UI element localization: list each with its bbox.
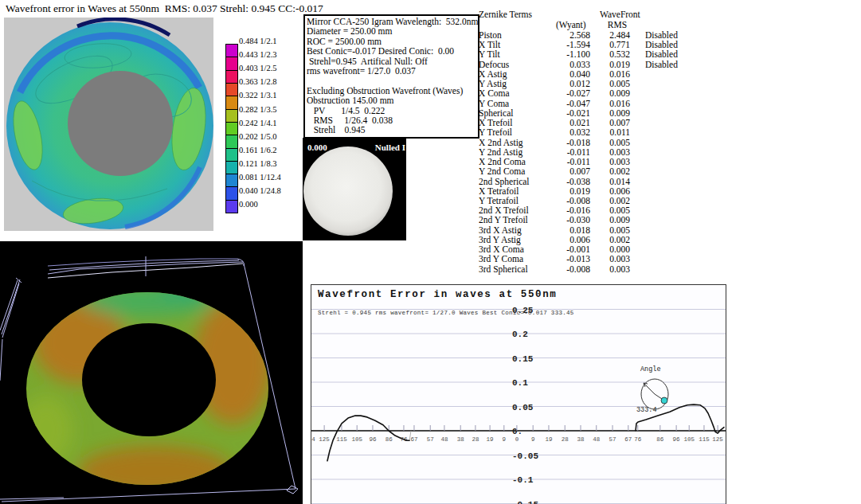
chart-title: Wavefront Error in waves at 550nm bbox=[318, 289, 557, 300]
zernike-row: Spherical-0.0210.009 bbox=[479, 108, 718, 118]
x-tick-label: 38 bbox=[457, 436, 464, 443]
x-tick-label: 0 bbox=[515, 436, 519, 443]
wavefront-map bbox=[4, 18, 213, 231]
zernike-cell: 0.007 bbox=[522, 166, 590, 176]
zernike-cell: 0.014 bbox=[597, 177, 630, 186]
zernike-cell: Y 2nd Coma bbox=[479, 166, 525, 176]
zernike-cell: -0.011 bbox=[522, 147, 590, 157]
x-tick-label: 125 bbox=[712, 436, 723, 443]
nulled-igram: 0.000 Nulled I bbox=[303, 138, 406, 240]
zernike-row: 3rd Y Coma-0.0130.003 bbox=[479, 254, 718, 264]
color-scale-label: 0.040 1/24.8 bbox=[239, 186, 281, 196]
zernike-wavefront-header: WaveFront bbox=[600, 10, 640, 19]
zernike-cell: Spherical bbox=[479, 108, 513, 118]
x-tick-label: 48 bbox=[440, 436, 448, 443]
zernike-cell: 3rd Y Astig bbox=[479, 235, 521, 244]
zernike-cell: 2nd X Trefoil bbox=[479, 205, 529, 215]
color-scale-label: 0.403 1/2.5 bbox=[239, 64, 277, 73]
x-tick-label: 76 bbox=[634, 436, 642, 443]
zernike-cell: -1.594 bbox=[522, 40, 590, 49]
mirror-info-box: Mirror CCA-250 Igram Wavelength: 532.0nm… bbox=[303, 14, 479, 139]
zernike-cell: Piston bbox=[479, 30, 502, 40]
zernike-cell: 0.000 bbox=[597, 244, 630, 254]
x-tick-label: 86 bbox=[656, 436, 664, 443]
zernike-row: Y Trefoil0.0320.011 bbox=[479, 127, 718, 137]
zernike-cell: 0.002 bbox=[597, 166, 630, 176]
zernike-cell: -0.021 bbox=[522, 108, 590, 118]
zernike-cell: -0.011 bbox=[522, 157, 590, 166]
y-tick-label: -0.1 bbox=[512, 475, 534, 485]
zernike-cell: 0.009 bbox=[597, 215, 630, 225]
x-tick-label: 9 bbox=[503, 436, 507, 443]
zernike-cell: 0.003 bbox=[597, 157, 630, 166]
color-scale-label: 0.161 1/6.2 bbox=[239, 146, 277, 155]
zernike-cell: 3rd X Coma bbox=[479, 244, 524, 254]
nulled-igram-panel[interactable]: 0.000 Nulled I bbox=[303, 138, 406, 240]
y-tick-label: -0.05 bbox=[512, 451, 538, 461]
zernike-cell: 0.005 bbox=[597, 205, 630, 215]
zernike-row: Y 2nd Coma0.0070.002 bbox=[479, 166, 718, 176]
color-scale-label: 0.282 1/3.5 bbox=[239, 105, 277, 115]
y-tick-label: -0.15 bbox=[512, 500, 538, 504]
zernike-cell: -0.016 bbox=[522, 205, 590, 215]
x-tick-label: 9 bbox=[531, 436, 535, 443]
profile-chart: 0.250.20.150.10.050.-0.05-0.1-0.15412511… bbox=[311, 285, 726, 504]
color-scale-label: 0.000 bbox=[239, 200, 258, 209]
x-tick-label: 67 bbox=[624, 436, 632, 443]
app-window: Wavefront error in Waves at 550nm RMS: 0… bbox=[0, 0, 861, 504]
zernike-row: X Astig0.0400.016 bbox=[479, 69, 718, 79]
x-tick-label: 115 bbox=[336, 436, 347, 443]
zernike-rms-header: RMS bbox=[602, 20, 632, 29]
y-tick-label: 0.05 bbox=[512, 403, 534, 412]
profile-chart-panel[interactable]: 0.250.20.150.10.050.-0.05-0.1-0.15412511… bbox=[311, 284, 726, 504]
info-line: ROC = 2500.00 mm bbox=[307, 37, 476, 46]
zernike-cell: -0.047 bbox=[522, 99, 590, 108]
zernike-cell: X Coma bbox=[479, 88, 510, 98]
x-tick-label: 48 bbox=[593, 436, 600, 443]
zernike-cell: 0.005 bbox=[597, 138, 630, 147]
wavefront-3d-panel[interactable] bbox=[0, 241, 303, 504]
zernike-cell: 3rd Spherical bbox=[479, 264, 528, 274]
color-scale-segment bbox=[226, 187, 237, 200]
zernike-cell: 0.011 bbox=[597, 127, 630, 137]
x-tick-label: 57 bbox=[427, 436, 434, 443]
info-line: Obstruction 145.00 mm bbox=[307, 96, 476, 105]
zernike-cell: X Tilt bbox=[479, 40, 500, 49]
x-tick-label: 4 bbox=[311, 436, 315, 443]
zernike-cell: 0.006 bbox=[597, 186, 630, 196]
zernike-row: Y Astig0.0120.005 bbox=[479, 79, 718, 88]
zernike-cell: Y Tilt bbox=[479, 49, 500, 59]
zernike-cell: 0.003 bbox=[597, 147, 630, 157]
color-scale-segment bbox=[226, 71, 237, 84]
x-tick-label: 96 bbox=[369, 436, 377, 443]
info-line: Strehl 0.945 bbox=[307, 125, 476, 135]
wavefront-donut bbox=[19, 278, 272, 497]
zernike-cell: Y 2nd Astig bbox=[479, 147, 522, 157]
zernike-cell: 0.012 bbox=[522, 79, 590, 88]
zernike-title: Zernike Terms bbox=[479, 10, 532, 19]
x-tick-label: 19 bbox=[545, 436, 552, 443]
zernike-cell: 0.002 bbox=[597, 196, 630, 205]
zernike-cell: Disabled bbox=[645, 60, 678, 69]
zernike-row: Piston2.5682.484Disabled bbox=[479, 30, 718, 40]
zernike-cell: 0.771 bbox=[597, 40, 630, 49]
zernike-rows: Piston2.5682.484DisabledX Tilt-1.5940.77… bbox=[479, 30, 718, 274]
color-scale-segment bbox=[226, 110, 237, 123]
info-line: Strehl=0.945 Artifical Null: Off bbox=[307, 57, 476, 66]
obstruction-disc bbox=[68, 71, 173, 176]
zernike-cell: 0.021 bbox=[522, 118, 590, 127]
zernike-cell: X 2nd Coma bbox=[479, 157, 526, 166]
zernike-cell: Disabled bbox=[645, 30, 678, 40]
x-tick-label: 28 bbox=[562, 436, 569, 443]
color-scale-label: 0.443 1/2.3 bbox=[239, 50, 277, 60]
x-tick-label: 115 bbox=[699, 436, 710, 443]
color-scale-label: 0.202 1/5.0 bbox=[239, 132, 277, 142]
zernike-row: 2nd Y Trefoil-0.0300.009 bbox=[479, 215, 718, 225]
zernike-cell: 3rd X Astig bbox=[479, 225, 522, 235]
zernike-row: Y Tilt-1.1000.532Disabled bbox=[479, 49, 718, 59]
color-scale-label: 0.242 1/4.1 bbox=[239, 119, 277, 128]
color-scale-segment bbox=[226, 174, 237, 187]
zernike-cell: 0.016 bbox=[597, 99, 630, 108]
wavefront-map-panel[interactable] bbox=[4, 18, 213, 231]
angle-handle-dot[interactable] bbox=[661, 397, 667, 404]
